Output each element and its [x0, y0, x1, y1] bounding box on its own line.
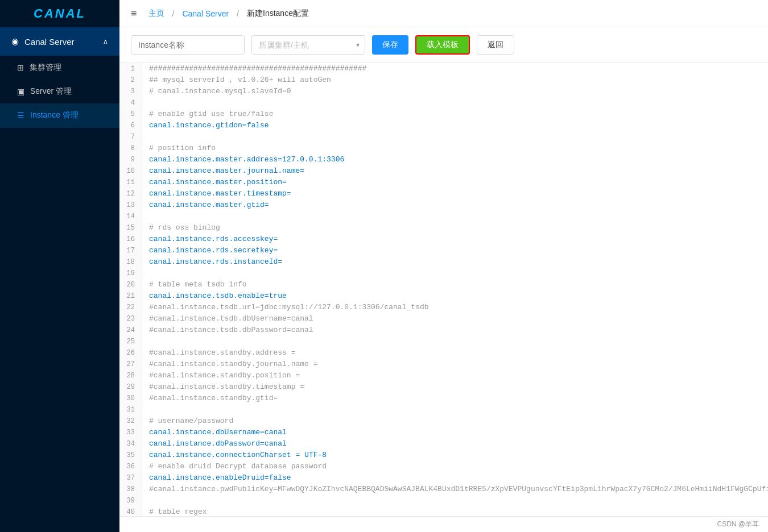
cluster-select-wrapper: 所属集群/主机	[251, 35, 365, 55]
line-number: 39	[119, 495, 142, 506]
table-row: 20# table meta tsdb info	[119, 279, 768, 290]
line-number: 35	[119, 450, 142, 461]
line-content: #canal.instance.pwdPublicKey=MFwwDQYJKoZ…	[142, 484, 768, 495]
sidebar-item-instance-mgmt[interactable]: ☰ Instance 管理	[0, 103, 119, 127]
line-content: #canal.instance.standby.journal.name =	[142, 359, 768, 370]
line-content: #canal.instance.tsdb.dbPassword=canal	[142, 325, 768, 336]
line-content: canal.instance.connectionCharset = UTF-8	[142, 450, 768, 461]
line-content: #canal.instance.standby.gtid=	[142, 393, 768, 404]
line-content: canal.instance.master.gtid=	[142, 200, 768, 211]
breadcrumb-sep-1: /	[172, 9, 175, 18]
table-row: 34canal.instance.dbPassword=canal	[119, 438, 768, 450]
line-content: # enable druid Decrypt database password	[142, 461, 768, 472]
table-row: 29#canal.instance.standby.timestamp =	[119, 381, 768, 393]
line-number: 18	[119, 256, 142, 268]
line-number: 25	[119, 336, 142, 347]
server-mgmt-label: Server 管理	[30, 86, 72, 97]
header-bar: ≡ 主页 / Canal Server / 新建Instance配置	[119, 0, 768, 27]
load-template-button[interactable]: 载入模板	[415, 35, 470, 55]
line-content: # table regex	[142, 506, 768, 516]
line-content: ########################################…	[142, 63, 768, 74]
line-number: 9	[119, 154, 142, 165]
menu-toggle-icon[interactable]: ≡	[131, 7, 137, 19]
line-number: 26	[119, 347, 142, 359]
line-number: 27	[119, 359, 142, 370]
breadcrumb-current: 新建Instance配置	[247, 9, 309, 19]
line-number: 38	[119, 484, 142, 495]
line-number: 17	[119, 245, 142, 256]
line-number: 20	[119, 279, 142, 290]
table-row: 1#######################################…	[119, 63, 768, 74]
line-number: 36	[119, 461, 142, 472]
table-row: 16canal.instance.rds.accesskey=	[119, 234, 768, 245]
editor-container[interactable]: 1#######################################…	[119, 63, 768, 516]
line-number: 10	[119, 165, 142, 177]
line-content: #canal.instance.tsdb.url=jdbc:mysql://12…	[142, 302, 768, 313]
table-row: 40# table regex	[119, 506, 768, 516]
line-content: # position info	[142, 143, 768, 154]
line-number: 8	[119, 143, 142, 154]
line-number: 40	[119, 506, 142, 516]
back-button[interactable]: 返回	[477, 35, 514, 55]
line-content: canal.instance.master.timestamp=	[142, 188, 768, 200]
table-row: 3# canal.instance.mysql.slaveId=0	[119, 86, 768, 97]
line-number: 21	[119, 290, 142, 302]
line-number: 29	[119, 381, 142, 393]
line-content: canal.instance.dbUsername=canal	[142, 427, 768, 438]
table-row: 32# username/password	[119, 415, 768, 427]
line-number: 31	[119, 404, 142, 415]
table-row: 21canal.instance.tsdb.enable=true	[119, 290, 768, 302]
line-number: 15	[119, 222, 142, 234]
line-content: #canal.instance.standby.position =	[142, 370, 768, 381]
line-number: 32	[119, 415, 142, 427]
sidebar-menu: ◉ Canal Server ∧ ⊞ 集群管理 ▣ Server 管理 ☰ In…	[0, 27, 119, 532]
line-content: canal.instance.gtidon=false	[142, 120, 768, 131]
line-content: #canal.instance.standby.address =	[142, 347, 768, 359]
line-content: canal.instance.dbPassword=canal	[142, 438, 768, 450]
table-row: 35canal.instance.connectionCharset = UTF…	[119, 450, 768, 461]
instance-mgmt-label: Instance 管理	[30, 110, 79, 120]
table-row: 27#canal.instance.standby.journal.name =	[119, 359, 768, 370]
table-row: 30#canal.instance.standby.gtid=	[119, 393, 768, 404]
sidebar-item-cluster-mgmt[interactable]: ⊞ 集群管理	[0, 56, 119, 80]
cluster-select[interactable]: 所属集群/主机	[251, 35, 365, 55]
line-content: canal.instance.enableDruid=false	[142, 472, 768, 484]
table-row: 23#canal.instance.tsdb.dbUsername=canal	[119, 313, 768, 325]
table-row: 14	[119, 211, 768, 222]
line-number: 30	[119, 393, 142, 404]
line-content: # canal.instance.mysql.slaveId=0	[142, 86, 768, 97]
canal-server-group-label-wrapper: ◉ Canal Server	[11, 36, 75, 47]
instance-name-input[interactable]	[131, 35, 245, 55]
menu-group-canal-server: ◉ Canal Server ∧ ⊞ 集群管理 ▣ Server 管理 ☰ In…	[0, 27, 119, 128]
table-row: 17canal.instance.rds.secretkey=	[119, 245, 768, 256]
sidebar-item-server-mgmt[interactable]: ▣ Server 管理	[0, 80, 119, 103]
line-content: # rds oss binlog	[142, 222, 768, 234]
breadcrumb-canal-server[interactable]: Canal Server	[182, 9, 229, 18]
main-content: ≡ 主页 / Canal Server / 新建Instance配置 所属集群/…	[119, 0, 768, 532]
footer: CSDN @羊耳	[119, 516, 768, 532]
table-row: 12canal.instance.master.timestamp=	[119, 188, 768, 200]
line-number: 11	[119, 177, 142, 188]
canal-server-icon: ◉	[11, 36, 19, 47]
table-row: 31	[119, 404, 768, 415]
breadcrumb-sep-2: /	[237, 9, 239, 18]
table-row: 22#canal.instance.tsdb.url=jdbc:mysql://…	[119, 302, 768, 313]
cluster-mgmt-label: 集群管理	[30, 63, 61, 73]
line-content: canal.instance.rds.secretkey=	[142, 245, 768, 256]
table-row: 4	[119, 97, 768, 109]
canal-server-group-header[interactable]: ◉ Canal Server ∧	[0, 27, 119, 56]
server-icon: ▣	[17, 87, 24, 96]
line-number: 16	[119, 234, 142, 245]
canal-server-group-label: Canal Server	[24, 37, 75, 47]
toolbar: 所属集群/主机 保存 载入模板 返回	[119, 27, 768, 63]
table-row: 13canal.instance.master.gtid=	[119, 200, 768, 211]
table-row: 5# enable gtid use true/false	[119, 109, 768, 120]
line-number: 23	[119, 313, 142, 325]
table-row: 2## mysql serverId , v1.0.26+ will autoG…	[119, 74, 768, 86]
line-number: 13	[119, 200, 142, 211]
line-number: 4	[119, 97, 142, 109]
line-number: 7	[119, 131, 142, 143]
breadcrumb-home[interactable]: 主页	[148, 9, 164, 19]
table-row: 11canal.instance.master.position=	[119, 177, 768, 188]
save-button[interactable]: 保存	[372, 35, 408, 55]
